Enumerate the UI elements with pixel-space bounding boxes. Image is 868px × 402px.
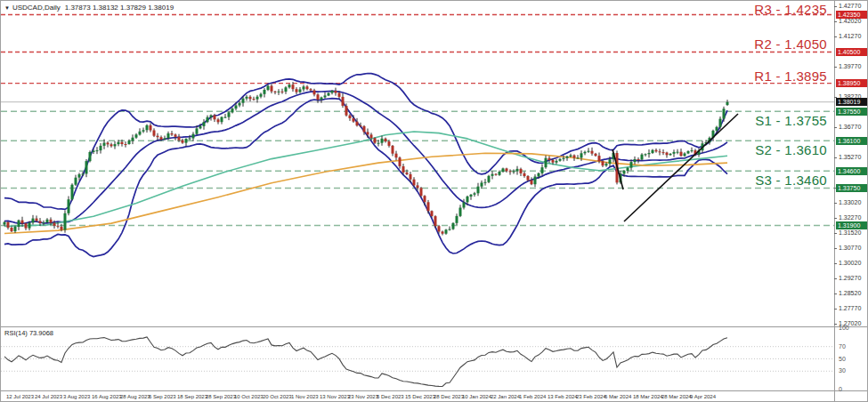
date-label: 28 Dec 2023 bbox=[434, 394, 464, 399]
date-label: 24 Jul 2023 bbox=[35, 394, 62, 399]
price-tick-mark bbox=[834, 218, 837, 219]
price-badge-R2: 1.40500 bbox=[836, 48, 868, 56]
price-tick-label: 1.31520 bbox=[839, 229, 861, 236]
date-label: 28 Mar 2024 bbox=[661, 394, 692, 399]
level-label-R2: R2 - 1.4050 bbox=[754, 36, 827, 52]
price-tick-mark bbox=[834, 233, 837, 234]
date-label: 16 Aug 2023 bbox=[92, 394, 122, 399]
rsi-scale-label: 100 bbox=[839, 325, 849, 331]
price-tick-mark bbox=[834, 203, 837, 204]
price-tick-label: 1.36770 bbox=[839, 124, 861, 130]
level-label-S3: S3 - 1.3460 bbox=[755, 173, 827, 188]
date-label: 18 Mar 2024 bbox=[633, 394, 663, 399]
price-badge-S1: 1.37550 bbox=[836, 108, 868, 116]
price-tick-label: 1.30020 bbox=[839, 260, 861, 266]
date-label: 12 Jul 2023 bbox=[6, 394, 34, 399]
price-tick-label: 1.39770 bbox=[839, 63, 861, 69]
price-tick-mark bbox=[834, 324, 837, 325]
rsi-line bbox=[4, 337, 727, 387]
date-label: 9 Apr 2024 bbox=[690, 394, 716, 399]
date-label: 28 Sep 2023 bbox=[206, 394, 236, 399]
price-badge-S2: 1.36100 bbox=[836, 137, 868, 145]
level-label-S1: S1 - 1.3755 bbox=[755, 113, 827, 128]
chart-canvas[interactable] bbox=[1, 1, 868, 402]
price-tick-label: 1.42770 bbox=[839, 3, 861, 9]
price-tick-label: 1.29270 bbox=[839, 275, 861, 281]
price-tick-label: 1.41270 bbox=[839, 33, 861, 39]
date-label: 10 Oct 2023 bbox=[234, 394, 264, 399]
price-tick-mark bbox=[834, 157, 837, 158]
price-tick-mark bbox=[834, 309, 837, 310]
rsi-scale-label: 50 bbox=[839, 356, 846, 362]
price-tick-mark bbox=[834, 21, 837, 22]
date-label: 5 Dec 2023 bbox=[377, 394, 404, 399]
date-label: 6 Mar 2024 bbox=[604, 394, 631, 399]
mt4-chart-window: ▼USDCAD,Daily1.37873 1.38132 1.37829 1.3… bbox=[0, 0, 868, 402]
level-label-S2: S2 - 1.3610 bbox=[755, 142, 827, 157]
price-axis[interactable]: 1.427701.420201.412701.397701.382701.367… bbox=[835, 1, 868, 402]
price-tick-label: 1.28520 bbox=[839, 290, 861, 296]
symbol-timeframe-label: USDCAD,Daily bbox=[12, 4, 61, 12]
price-tick-mark bbox=[834, 127, 837, 128]
ohlc-values: 1.37873 1.38132 1.37829 1.38019 bbox=[65, 4, 174, 12]
chart-title: ▼USDCAD,Daily1.37873 1.38132 1.37829 1.3… bbox=[4, 4, 174, 12]
bollinger-lower-band bbox=[4, 99, 727, 257]
price-tick-mark bbox=[834, 263, 837, 264]
date-label: 13 Feb 2024 bbox=[548, 394, 578, 399]
price-badge-R3: 1.42350 bbox=[836, 11, 868, 19]
date-label: 6 Sep 2023 bbox=[149, 394, 176, 399]
price-tick-label: 1.27770 bbox=[839, 305, 861, 311]
price-tick-mark bbox=[834, 278, 837, 279]
rsi-scale-label: 70 bbox=[839, 343, 846, 350]
level-label-R1: R1 - 1.3895 bbox=[754, 68, 827, 84]
price-tick-label: 1.42020 bbox=[839, 18, 861, 24]
price-tick-mark bbox=[834, 36, 837, 37]
level-label-R3: R3 - 1.4235 bbox=[754, 2, 827, 17]
date-label: 18 Sep 2023 bbox=[177, 394, 207, 399]
symbol-marker-icon: ▼ bbox=[4, 5, 10, 11]
date-label: 10 Jan 2024 bbox=[462, 394, 491, 399]
price-tick-label: 1.30770 bbox=[839, 245, 861, 251]
price-badge-extra-1: 1.31900 bbox=[836, 221, 868, 229]
price-tick-mark bbox=[834, 248, 837, 249]
price-tick-mark bbox=[834, 293, 837, 294]
time-axis[interactable]: 12 Jul 202324 Jul 20233 Aug 202316 Aug 2… bbox=[1, 393, 834, 402]
price-badge-S3: 1.34600 bbox=[836, 167, 868, 175]
date-label: 23 Nov 2023 bbox=[348, 394, 378, 399]
price-badge-R1: 1.38950 bbox=[836, 79, 868, 87]
date-label: 13 Nov 2023 bbox=[320, 394, 350, 399]
price-tick-mark bbox=[834, 6, 837, 7]
date-label: 28 Aug 2023 bbox=[120, 394, 150, 399]
date-label: 20 Oct 2023 bbox=[263, 394, 292, 399]
current-price-badge: 1.38019 bbox=[836, 98, 868, 106]
orange-ma-line bbox=[4, 153, 727, 233]
date-label: 23 Feb 2024 bbox=[576, 394, 606, 399]
price-tick-label: 1.33020 bbox=[839, 199, 861, 205]
date-label: 1 Nov 2023 bbox=[291, 394, 319, 399]
date-label: 1 Feb 2024 bbox=[519, 394, 546, 399]
rsi-scale-label: 0 bbox=[839, 386, 842, 392]
price-tick-label: 1.35270 bbox=[839, 154, 861, 160]
price-tick-label: 1.32270 bbox=[839, 214, 861, 221]
rsi-scale-label: 30 bbox=[839, 367, 846, 374]
date-label: 22 Jan 2024 bbox=[491, 394, 520, 399]
price-badge-extra-0: 1.33750 bbox=[836, 184, 868, 192]
price-tick-mark bbox=[834, 67, 837, 68]
rsi-indicator-label: RSI(14) 73.9068 bbox=[4, 329, 53, 337]
date-label: 15 Dec 2023 bbox=[405, 394, 435, 399]
date-label: 3 Aug 2023 bbox=[63, 394, 90, 399]
